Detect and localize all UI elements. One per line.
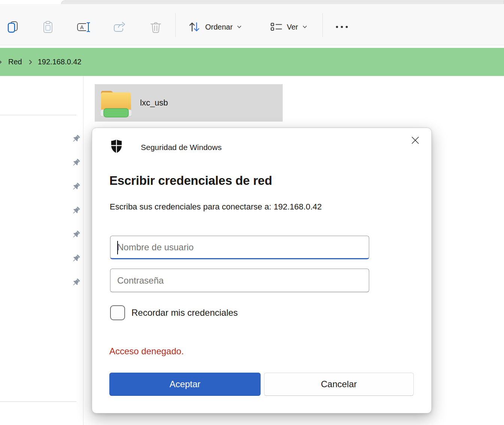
remember-label[interactable]: Recordar mis credenciales — [131, 308, 238, 318]
view-label: Ver — [287, 23, 298, 31]
username-input[interactable] — [110, 236, 369, 259]
close-icon — [411, 136, 420, 145]
credentials-dialog: Seguridad de Windows Escribir credencial… — [92, 128, 432, 413]
toolbar-divider — [322, 13, 323, 37]
remember-checkbox[interactable] — [110, 305, 125, 320]
sort-label: Ordenar — [205, 23, 233, 31]
ok-button[interactable]: Aceptar — [109, 373, 261, 396]
windows-security-shield-icon — [111, 140, 122, 153]
shared-folder-icon — [100, 88, 132, 118]
share-icon — [113, 21, 127, 33]
more-button[interactable] — [332, 16, 352, 37]
error-message: Acceso denegado. — [109, 346, 184, 357]
file-explorer-window: A — [0, 0, 504, 425]
chevron-down-icon — [237, 25, 242, 28]
dialog-app-title: Seguridad de Windows — [141, 143, 222, 152]
cancel-button[interactable]: Cancelar — [264, 373, 414, 396]
paste-icon — [42, 21, 54, 33]
paste-button[interactable] — [40, 16, 56, 37]
rename-icon: A — [77, 21, 91, 33]
share-button[interactable] — [112, 16, 128, 37]
breadcrumb-item-ip[interactable]: 192.168.0.42 — [38, 58, 82, 66]
rename-glyph: A — [80, 24, 84, 30]
pin-icon — [72, 278, 80, 287]
pin-icon — [72, 159, 80, 167]
breadcrumb: Red 192.168.0.42 — [0, 48, 504, 76]
sort-icon — [188, 20, 201, 34]
file-name: lxc_usb — [140, 98, 168, 108]
copy-icon — [6, 21, 19, 33]
command-toolbar: A — [0, 4, 504, 45]
file-item-lxc-usb[interactable]: lxc_usb — [95, 84, 283, 122]
breadcrumb-item-red[interactable]: Red — [8, 58, 22, 66]
delete-button[interactable] — [148, 16, 164, 37]
delete-icon — [149, 21, 162, 33]
rename-button[interactable]: A — [76, 16, 92, 37]
dialog-title: Escribir credenciales de red — [109, 174, 272, 188]
breadcrumb-chevron-icon — [0, 59, 2, 65]
pin-icon — [72, 135, 80, 143]
close-button[interactable] — [406, 131, 424, 149]
dialog-subtitle: Escriba sus credenciales para conectarse… — [110, 202, 322, 212]
breadcrumb-chevron-icon — [29, 59, 32, 65]
remember-credentials-row: Recordar mis credenciales — [110, 305, 238, 320]
password-input[interactable] — [110, 269, 369, 292]
chevron-down-icon — [303, 25, 307, 28]
nav-group-divider — [0, 115, 76, 115]
pin-icon — [72, 207, 80, 215]
pin-icon — [72, 254, 80, 263]
nav-group-divider — [0, 401, 76, 402]
nav-pane-divider — [83, 76, 84, 425]
pin-icon — [72, 183, 80, 191]
pin-icon — [72, 230, 80, 239]
view-icon — [270, 21, 282, 33]
sort-button[interactable]: Ordenar — [184, 16, 245, 37]
toolbar-divider — [175, 13, 176, 37]
text-caret — [117, 241, 118, 254]
more-icon — [335, 25, 349, 29]
view-button[interactable]: Ver — [267, 16, 311, 37]
copy-button[interactable] — [4, 16, 21, 37]
